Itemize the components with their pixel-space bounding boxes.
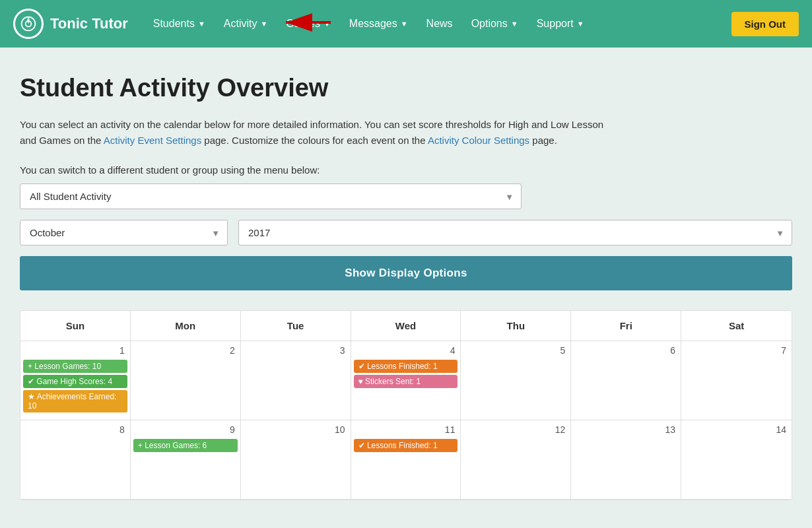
- day-number: 12: [463, 423, 568, 439]
- cal-day-14[interactable]: 14: [681, 420, 792, 500]
- chevron-down-icon: ▼: [198, 20, 205, 28]
- switch-label: You can switch to a different student or…: [20, 164, 792, 176]
- day-number: 11: [354, 423, 458, 439]
- logo: Tonic Tutor: [13, 9, 128, 39]
- day-number: 14: [684, 423, 789, 439]
- chevron-down-icon: ▼: [323, 20, 331, 28]
- show-display-options-button[interactable]: Show Display Options: [20, 256, 792, 290]
- page-title: Student Activity Overview: [20, 74, 792, 102]
- nav-options[interactable]: Options ▼: [462, 0, 527, 48]
- sign-out-button[interactable]: Sign Out: [731, 12, 799, 36]
- nav-support[interactable]: Support ▼: [527, 0, 593, 48]
- student-select[interactable]: All Student Activity: [20, 183, 522, 209]
- nav-students[interactable]: Students ▼: [144, 0, 215, 48]
- cal-day-4[interactable]: 4 ✔ Lessons Finished: 1 ♥ Stickers Sent:…: [351, 341, 461, 420]
- cal-day-2[interactable]: 2: [131, 341, 241, 420]
- student-select-wrap: All Student Activity ▼: [20, 183, 522, 209]
- nav-games[interactable]: Games ▼: [277, 0, 339, 48]
- day-number: 8: [23, 423, 127, 439]
- month-select[interactable]: January February March April May June Ju…: [20, 220, 228, 246]
- cal-event-lesson-games[interactable]: + Lesson Games: 10: [23, 360, 127, 373]
- day-number: 9: [133, 423, 238, 439]
- cal-day-8[interactable]: 8: [20, 420, 131, 500]
- day-number: 6: [574, 344, 678, 360]
- cal-header-thu: Thu: [461, 311, 571, 341]
- cal-event-lessons-finished-w2[interactable]: ✔ Lessons Finished: 1: [354, 439, 458, 452]
- activity-event-settings-link[interactable]: Activity Event Settings: [104, 135, 201, 146]
- logo-title: Tonic Tutor: [50, 15, 128, 32]
- cal-day-11[interactable]: 11 ✔ Lessons Finished: 1: [351, 420, 461, 500]
- nav-activity[interactable]: Activity ▼: [215, 0, 277, 48]
- calendar: Sun Mon Tue Wed Thu Fri Sat 1 + Lesson G…: [20, 310, 792, 500]
- day-number: 5: [463, 344, 568, 360]
- cal-header-fri: Fri: [571, 311, 681, 341]
- cal-event-game-high-scores[interactable]: ✔ Game High Scores: 4: [23, 375, 127, 388]
- day-number: 10: [244, 423, 348, 439]
- calendar-header: Sun Mon Tue Wed Thu Fri Sat: [20, 311, 792, 341]
- chevron-down-icon: ▼: [577, 20, 584, 28]
- month-select-wrap: January February March April May June Ju…: [20, 220, 228, 246]
- nav-messages[interactable]: Messages ▼: [340, 0, 417, 48]
- cal-day-3[interactable]: 3: [241, 341, 351, 420]
- cal-header-sun: Sun: [20, 311, 131, 341]
- main-content: Student Activity Overview You can select…: [0, 48, 812, 520]
- cal-event-lessons-finished[interactable]: ✔ Lessons Finished: 1: [354, 360, 458, 373]
- cal-event-lesson-games-w2[interactable]: + Lesson Games: 6: [133, 439, 238, 452]
- chevron-down-icon: ▼: [401, 20, 408, 28]
- cal-day-9[interactable]: 9 + Lesson Games: 6: [131, 420, 241, 500]
- chevron-down-icon: ▼: [511, 20, 518, 28]
- cal-day-1[interactable]: 1 + Lesson Games: 10 ✔ Game High Scores:…: [20, 341, 131, 420]
- cal-day-7[interactable]: 7: [681, 341, 792, 420]
- day-number: 1: [23, 344, 127, 360]
- cal-day-12[interactable]: 12: [461, 420, 571, 500]
- cal-header-sat: Sat: [681, 311, 792, 341]
- cal-day-10[interactable]: 10: [241, 420, 351, 500]
- cal-event-stickers-sent[interactable]: ♥ Stickers Sent: 1: [354, 375, 458, 388]
- day-number: 2: [133, 344, 238, 360]
- day-number: 3: [244, 344, 348, 360]
- year-select[interactable]: 2015 2016 2017 2018: [238, 220, 792, 246]
- nav-news[interactable]: News: [417, 0, 462, 48]
- day-number: 13: [574, 423, 678, 439]
- day-number: 7: [684, 344, 789, 360]
- year-select-wrap: 2015 2016 2017 2018 ▼: [238, 220, 792, 246]
- month-year-row: January February March April May June Ju…: [20, 220, 792, 246]
- day-number: 4: [354, 344, 458, 360]
- cal-header-tue: Tue: [241, 311, 351, 341]
- page-description: You can select an activity on the calend…: [20, 117, 614, 148]
- cal-event-achievements[interactable]: ★ Achievements Earned: 10: [23, 390, 127, 412]
- calendar-body: 1 + Lesson Games: 10 ✔ Game High Scores:…: [20, 341, 792, 500]
- cal-header-mon: Mon: [131, 311, 241, 341]
- logo-icon: [13, 9, 44, 39]
- chevron-down-icon: ▼: [260, 20, 267, 28]
- cal-day-6[interactable]: 6: [571, 341, 681, 420]
- cal-day-5[interactable]: 5: [461, 341, 571, 420]
- cal-day-13[interactable]: 13: [571, 420, 681, 500]
- cal-header-wed: Wed: [351, 311, 461, 341]
- main-nav: Students ▼ Activity ▼ Games ▼: [144, 0, 731, 48]
- main-header: Tonic Tutor Students ▼ Activity ▼: [0, 0, 812, 48]
- activity-colour-settings-link[interactable]: Activity Colour Settings: [428, 135, 529, 146]
